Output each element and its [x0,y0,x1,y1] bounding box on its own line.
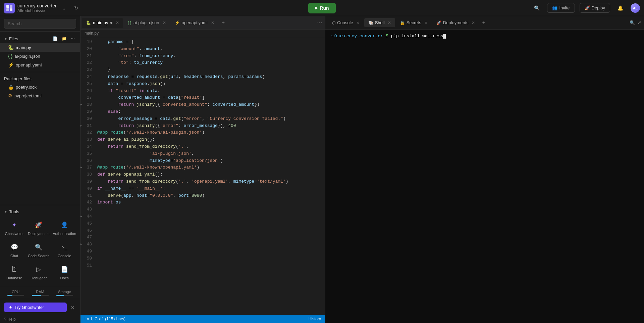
terminal-maximize-btn[interactable]: ⤢ [638,20,641,25]
code-line-32: error_message = data.get("error", "Curre… [97,116,325,123]
new-file-btn[interactable]: 📄 [51,36,59,42]
file-name-poetry: poetry.lock [16,85,37,90]
ghostwriter-tool-label: Ghostwriter [5,232,23,236]
notifications-btn[interactable]: 🔔 [615,4,626,12]
status-position: Ln 1, Col 1 (115 chars) [85,317,125,321]
tab-ai-plugin-close[interactable]: ✕ [163,20,166,25]
terminal-content[interactable]: ~/currency-converter $ pip install waitr… [325,30,644,323]
packager-section-header[interactable]: Packager files [0,75,80,83]
tab-modified-dot [110,22,112,24]
help-link[interactable]: ? Help [0,316,80,323]
tools-grid: ✦ Ghostwriter 🚀 Deployments 👤 Authentica… [0,216,80,284]
tools-section-header[interactable]: ▼ Tools [0,208,80,216]
tab-secrets[interactable]: 🔒 Secrets ✕ [396,18,432,27]
project-name: currency-converter [17,3,57,8]
json-icon-ai: { } [8,53,12,59]
file-item-pyproject[interactable]: ⚙ pyproject.toml [0,91,80,100]
tab-add-btn[interactable]: + [219,18,227,27]
tab-console[interactable]: ⬡ Console ✕ [328,18,364,27]
search-icon-btn[interactable]: 🔍 [531,4,542,12]
code-line-19: params = { [97,39,325,46]
tool-ghostwriter[interactable]: ✦ Ghostwriter [3,217,26,238]
terminal-command: pip install waitress [391,34,443,39]
file-item-poetry[interactable]: 🔒 poetry.lock [0,83,80,91]
code-line-37: def serve_ai_plugin(): [97,136,325,143]
toml-icon: ⚙ [8,93,12,98]
console-tool-label: Console [58,254,71,258]
tab-deployments-right[interactable]: 🚀 Deployments ✕ [432,18,479,27]
new-folder-btn[interactable]: 📁 [60,36,68,42]
run-button[interactable]: Run [308,3,335,13]
tab-openapi-close[interactable]: ✕ [211,20,214,25]
files-section: ▼ Files 📄 📁 ⋯ 🐍 main.py ⋯ { } ai-plugin.… [0,32,80,205]
tool-authentication[interactable]: 👤 Authentication [51,217,77,238]
tab-main-py-close[interactable]: ✕ [116,20,119,25]
tool-code-search[interactable]: 🔍 Code Search [26,239,51,261]
deployments-tool-icon: 🚀 [33,220,44,230]
tab-ai-plugin[interactable]: { } ai-plugin.json ✕ [124,18,170,28]
console-tab-close[interactable]: ✕ [356,20,360,25]
avatar: AL [631,3,640,13]
terminal-tab-add[interactable]: + [480,18,488,27]
file-item-openapi[interactable]: ⚡ openapi.yaml [0,60,80,69]
file-item-ai-plugin[interactable]: { } ai-plugin.json [0,52,80,60]
project-chevron[interactable]: ⌄ [59,4,69,12]
deployments-tab-close[interactable]: ✕ [472,20,475,25]
cpu-stat: CPU [4,290,27,296]
tools-section: ▼ Tools ✦ Ghostwriter 🚀 Deployments 👤 Au… [0,205,80,287]
tool-deployments[interactable]: 🚀 Deployments [26,217,51,238]
code-line-26: data = response.json() [97,81,325,88]
code-line-38: return send_from_directory('.', [97,143,325,150]
ghostwriter-footer-icon: ✦ [9,305,12,310]
tool-debugger[interactable]: ▷ Debugger [26,261,51,283]
debugger-tool-icon: ▷ [33,264,44,275]
code-line-31: else: [97,108,325,116]
shell-tab-close[interactable]: ✕ [388,20,391,25]
cpu-fill [7,295,12,296]
storage-bar [56,295,73,296]
code-search-tool-icon: 🔍 [33,242,44,252]
code-content: params = { "amount": amount, "from": fro… [97,37,325,270]
line-numbers: 19 20 21 22 23 24 25 26 27 28 29 30 31 3… [80,37,97,270]
tool-chat[interactable]: 💬 Chat [3,239,26,261]
tool-docs[interactable]: 📄 Docs [51,261,77,283]
cpu-label: CPU [12,290,19,294]
tab-main-py[interactable]: 🐍 main.py ✕ [82,18,123,28]
editor-options-btn[interactable]: ⋯ [316,18,324,27]
code-line-36: @app.route('/.well-known/ai-plugin.json'… [97,129,325,136]
search-input[interactable] [4,19,76,29]
files-section-title: Files [9,36,18,41]
tab-shell[interactable]: 🐚 Shell ✕ [364,18,395,27]
file-item-main-py[interactable]: 🐍 main.py ⋯ [0,43,80,52]
files-section-header[interactable]: ▼ Files 📄 📁 ⋯ [0,34,80,43]
code-line-23: } [97,66,325,74]
deploy-button[interactable]: 🚀 Deploy [580,3,610,13]
tab-openapi[interactable]: ⚡ openapi.yaml ✕ [171,18,218,28]
file-name-ai-plugin: ai-plugin.json [14,54,40,59]
code-line-30: return jsonify({"converted_amount": conv… [97,101,325,108]
ghostwriter-close-btn[interactable]: ✕ [69,304,76,312]
database-tool-label: Database [6,276,22,280]
try-ghostwriter-button[interactable]: ✦ Try Ghostwriter [4,303,67,312]
terminal-search-btn[interactable]: 🔍 [630,20,635,25]
cpu-bar [7,295,24,296]
invite-button[interactable]: 👥 Invite [547,3,575,13]
secrets-tab-close[interactable]: ✕ [424,20,428,25]
file-name-pyproject: pyproject.toml [14,93,42,98]
refresh-btn[interactable]: ↻ [71,4,81,12]
ram-bar [32,295,49,296]
files-more-btn[interactable]: ⋯ [69,36,76,42]
editor-content[interactable]: 19 20 21 22 23 24 25 26 27 28 29 30 31 3… [80,37,325,315]
console-tool-icon: >_ [59,242,70,252]
file-name-main-py: main.py [16,45,31,50]
tool-console[interactable]: >_ Console [51,239,77,261]
tool-database[interactable]: 🗄 Database [3,261,26,283]
authentication-tool-label: Authentication [53,232,76,236]
py-icon: 🐍 [8,45,14,50]
code-line-48: if __name__ == '__main__': [97,185,325,192]
status-history[interactable]: History [309,317,321,321]
tab-main-py-label: main.py [93,20,108,25]
file-name-openapi: openapi.yaml [16,62,42,67]
code-line-22: "to": to_currency [97,59,325,66]
system-stats: CPU RAM Storage [0,287,80,299]
